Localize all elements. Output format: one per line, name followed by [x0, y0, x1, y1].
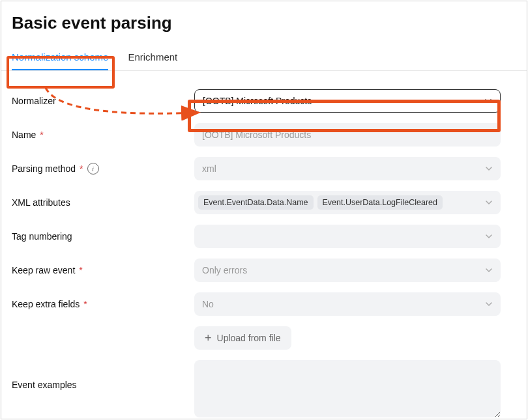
chevron-down-icon [485, 165, 493, 173]
normalizer-select[interactable]: [OOTB] Microsoft Products [194, 89, 501, 113]
xml-attributes-select[interactable]: Event.EventData.Data.Name Event.UserData… [194, 191, 501, 214]
row-tag-numbering: Tag numbering [12, 225, 501, 248]
name-value: [OOTB] Microsoft Products [202, 130, 311, 140]
chevron-down-icon [484, 97, 492, 105]
row-keep-extra-fields: Keep extra fields* No [12, 292, 501, 316]
name-input[interactable]: [OOTB] Microsoft Products [194, 123, 501, 147]
active-tab-underline [12, 69, 108, 70]
required-asterisk: * [40, 130, 43, 140]
parsing-method-select[interactable]: xml [194, 157, 501, 180]
keep-extra-fields-select[interactable]: No [194, 292, 501, 316]
label-name: Name* [12, 130, 194, 140]
tab-enrichment[interactable]: Enrichment [128, 42, 177, 70]
label-tag-numbering: Tag numbering [12, 231, 194, 242]
form-body: Normalizer [OOTB] Microsoft Products Nam… [1, 71, 527, 420]
row-normalizer: Normalizer [OOTB] Microsoft Products [12, 89, 501, 113]
keep-raw-event-value: Only errors [202, 265, 247, 275]
chevron-down-icon [485, 300, 493, 308]
tag-numbering-select[interactable] [194, 225, 501, 248]
label-parsing-method-text: Parsing method [12, 163, 76, 174]
keep-raw-event-select[interactable]: Only errors [194, 259, 501, 282]
normalizer-value: [OOTB] Microsoft Products [203, 96, 312, 106]
event-examples-textarea[interactable] [194, 360, 501, 417]
keep-extra-fields-value: No [202, 299, 214, 309]
chip-xml-attr-2[interactable]: Event.UserData.LogFileCleared [317, 195, 443, 210]
page-title: Basic event parsing [1, 1, 527, 42]
required-asterisk: * [80, 163, 83, 174]
xml-attribute-chips: Event.EventData.Data.Name Event.UserData… [198, 195, 485, 210]
row-xml-attributes: XML attributes Event.EventData.Data.Name… [12, 191, 501, 214]
label-keep-raw-event: Keep raw event* [12, 265, 194, 275]
label-keep-extra-fields-text: Keep extra fields [12, 299, 80, 309]
label-name-text: Name [12, 130, 36, 140]
parsing-method-value: xml [202, 163, 216, 174]
label-parsing-method: Parsing method* i [12, 163, 194, 175]
chevron-down-icon [485, 266, 493, 274]
row-keep-raw-event: Keep raw event* Only errors [12, 259, 501, 282]
chip-xml-attr-1[interactable]: Event.EventData.Data.Name [198, 195, 314, 210]
tab-normalization-scheme[interactable]: Normalization scheme [12, 42, 108, 70]
chevron-down-icon [485, 199, 493, 206]
row-name: Name* [OOTB] Microsoft Products [12, 123, 501, 147]
label-keep-raw-event-text: Keep raw event [12, 265, 75, 275]
required-asterisk: * [79, 265, 82, 275]
required-asterisk: * [83, 299, 87, 309]
label-xml-attributes: XML attributes [12, 197, 194, 208]
label-normalizer: Normalizer [12, 96, 194, 106]
form-dialog: Basic event parsing Normalization scheme… [1, 1, 527, 419]
row-upload: + Upload from file [12, 326, 501, 350]
plus-icon: + [205, 332, 212, 344]
row-parsing-method: Parsing method* i xml [12, 157, 501, 180]
label-event-examples: Event examples [12, 360, 194, 390]
label-keep-extra-fields: Keep extra fields* [12, 299, 194, 309]
row-event-examples: Event examples [12, 360, 501, 420]
tab-bar: Normalization scheme Enrichment [1, 42, 527, 71]
chevron-down-icon [485, 232, 493, 240]
upload-button-label: Upload from file [217, 333, 281, 343]
info-icon[interactable]: i [87, 163, 99, 175]
upload-from-file-button[interactable]: + Upload from file [194, 326, 291, 350]
